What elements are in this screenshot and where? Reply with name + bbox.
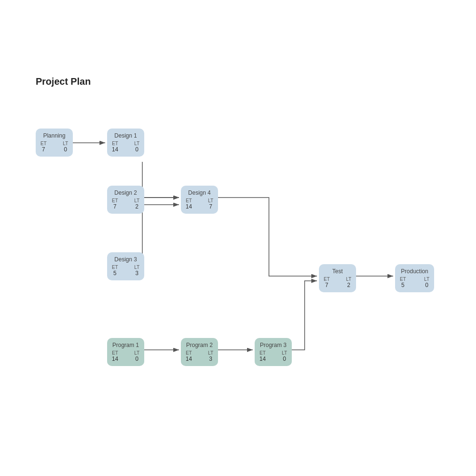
node-design1: Design 1 ET14 LT0 <box>107 129 144 157</box>
node-design3: Design 3 ET5 LT3 <box>107 252 144 280</box>
node-design2: Design 2 ET7 LT2 <box>107 186 144 214</box>
node-program3: Program 3 ET14 LT0 <box>255 338 292 366</box>
node-test: Test ET7 LT2 <box>319 264 356 292</box>
node-program1: Program 1 ET14 LT0 <box>107 338 144 366</box>
node-planning-title: Planning <box>40 132 68 139</box>
node-design2-title: Design 2 <box>112 189 139 196</box>
node-design4: Design 4 ET14 LT7 <box>181 186 218 214</box>
node-test-title: Test <box>324 268 351 275</box>
node-production: Production ET5 LT0 <box>395 264 434 292</box>
node-program2: Program 2 ET14 LT3 <box>181 338 218 366</box>
page-title: Project Plan <box>36 76 91 87</box>
node-design4-title: Design 4 <box>186 189 213 196</box>
node-design3-title: Design 3 <box>112 256 139 263</box>
node-design1-title: Design 1 <box>112 132 139 139</box>
node-program2-title: Program 2 <box>186 342 213 348</box>
node-planning: Planning ET7 LT0 <box>36 129 73 157</box>
arrows-svg <box>0 0 476 476</box>
node-production-title: Production <box>400 268 429 275</box>
node-program1-title: Program 1 <box>112 342 139 348</box>
node-program3-title: Program 3 <box>259 342 287 348</box>
